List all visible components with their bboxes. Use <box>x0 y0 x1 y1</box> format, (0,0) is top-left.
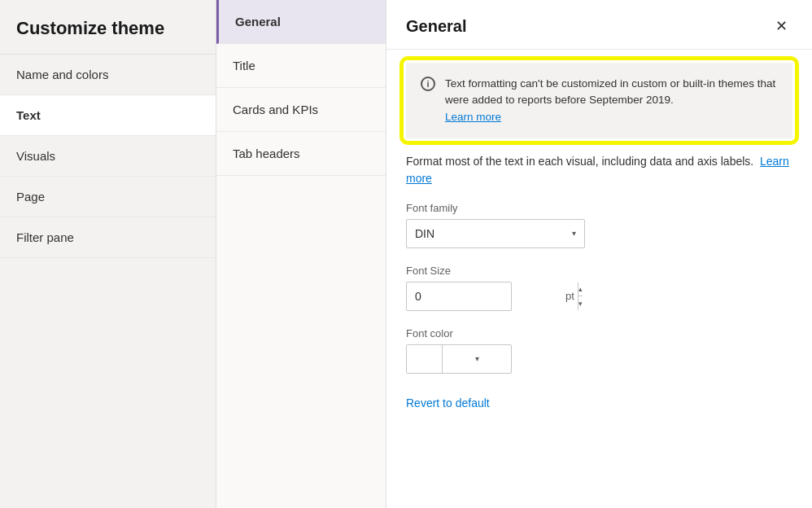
middle-panel: General Title Cards and KPIs Tab headers <box>216 0 386 508</box>
sidebar-item-text[interactable]: Text <box>0 95 216 136</box>
font-size-stepper: ▴ ▾ <box>578 282 583 310</box>
info-icon: i <box>421 77 435 91</box>
middle-item-title[interactable]: Title <box>216 44 386 88</box>
font-family-dropdown[interactable]: DIN ▾ <box>406 219 585 248</box>
font-size-input[interactable] <box>407 290 565 303</box>
sidebar-item-page[interactable]: Page <box>0 177 216 217</box>
info-box: i Text formatting can't be customized in… <box>406 63 792 138</box>
middle-item-tab-headers[interactable]: Tab headers <box>216 132 386 176</box>
page-title: Customize theme <box>0 0 216 55</box>
font-size-spinner[interactable]: pt ▴ ▾ <box>406 282 512 311</box>
color-chevron-down-icon[interactable]: ▾ <box>443 354 511 363</box>
main-header: General ✕ <box>386 0 812 50</box>
font-size-group: Font Size pt ▴ ▾ <box>406 265 792 311</box>
font-family-group: Font family DIN ▾ <box>406 202 792 248</box>
font-size-label: Font Size <box>406 265 792 277</box>
color-swatch <box>407 345 443 373</box>
font-size-increment-button[interactable]: ▴ <box>578 282 583 297</box>
description-text: Format most of the text in each visual, … <box>406 153 792 187</box>
info-learn-more-link[interactable]: Learn more <box>445 111 501 123</box>
font-family-label: Font family <box>406 202 792 214</box>
main-content-panel: General ✕ i Text formatting can't be cus… <box>386 0 812 508</box>
middle-item-cards-and-kpis[interactable]: Cards and KPIs <box>216 88 386 132</box>
font-color-label: Font color <box>406 327 792 339</box>
revert-to-default-link[interactable]: Revert to default <box>406 396 490 409</box>
main-body: i Text formatting can't be customized in… <box>386 50 812 508</box>
font-color-group: Font color ▾ <box>406 327 792 374</box>
sidebar-item-filter-pane[interactable]: Filter pane <box>0 217 216 258</box>
sidebar-item-visuals[interactable]: Visuals <box>0 136 216 177</box>
font-size-unit: pt <box>565 290 578 302</box>
info-box-text: Text formatting can't be customized in c… <box>445 76 778 125</box>
chevron-down-icon: ▾ <box>572 229 576 238</box>
sidebar-nav: Name and colors Text Visuals Page Filter… <box>0 55 216 258</box>
font-size-decrement-button[interactable]: ▾ <box>578 296 583 310</box>
sidebar-item-name-and-colors[interactable]: Name and colors <box>0 55 216 95</box>
font-color-picker[interactable]: ▾ <box>406 344 512 374</box>
close-button[interactable]: ✕ <box>770 15 792 37</box>
middle-item-general[interactable]: General <box>216 0 386 44</box>
sidebar: Customize theme Name and colors Text Vis… <box>0 0 216 508</box>
main-panel-title: General <box>406 17 466 36</box>
